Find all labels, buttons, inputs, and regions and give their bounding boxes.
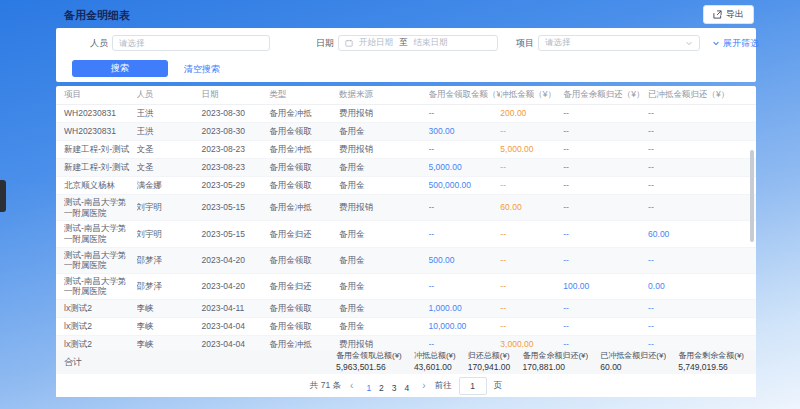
- table-body: WH20230831王洪2023-08-30备用金冲抵费用报销--200.00-…: [56, 105, 756, 351]
- table-cell: 2023-08-23: [201, 142, 269, 157]
- table-cell: 费用报销: [339, 142, 429, 157]
- page-number-button[interactable]: 1: [362, 383, 375, 393]
- table-cell: 备用金领取: [269, 160, 339, 175]
- drawer-handle[interactable]: [0, 180, 6, 212]
- date-filter-label: 日期: [316, 37, 334, 50]
- table-cell: 备用金: [339, 227, 429, 242]
- table-row[interactable]: 测试-南昌大学第一附属医院邵梦泽2023-04-20备用金归还备用金----10…: [56, 274, 756, 300]
- table-row[interactable]: 新建工程-刘-测试文圣2023-08-23备用金冲抵费用报销--5,000.00…: [56, 141, 756, 159]
- table-cell: --: [500, 319, 563, 334]
- table-row[interactable]: 北京顺义杨林满金娜2023-05-29备用金领取备用金500,000.00---…: [56, 177, 756, 195]
- person-filter-label: 人员: [90, 37, 108, 50]
- summary-item-value: 5,963,501.56: [336, 362, 402, 373]
- table-cell: --: [648, 253, 748, 268]
- table-cell: 备用金冲抵: [269, 200, 339, 215]
- table-cell: 费用报销: [339, 337, 429, 351]
- table-cell: --: [563, 124, 648, 139]
- table-row[interactable]: 新建工程-刘-测试文圣2023-08-23备用金领取备用金5,000.00---…: [56, 159, 756, 177]
- project-select-value: 请选择: [545, 37, 571, 49]
- table-cell: 备用金: [339, 301, 429, 316]
- table-cell: WH20230831: [64, 124, 137, 139]
- export-button[interactable]: 导出: [703, 5, 754, 24]
- table-cell: 备用金领取: [269, 301, 339, 316]
- table-cell: --: [563, 160, 648, 175]
- date-to-label: 至: [399, 37, 408, 49]
- table-cell: 备用金领取: [269, 253, 339, 268]
- table-cell: --: [429, 106, 501, 121]
- summary-item: 备用金领取总额(¥)5,963,501.56: [336, 351, 402, 372]
- person-filter-input[interactable]: [112, 35, 270, 51]
- table-cell: 李峡: [137, 301, 202, 316]
- table-row[interactable]: lx测试2李峡2023-04-04备用金冲抵费用报销--3,000.00----: [56, 336, 756, 351]
- table-row[interactable]: 测试-南昌大学第一附属医院刘宇明2023-05-15备用金冲抵费用报销--60.…: [56, 195, 756, 221]
- table-row[interactable]: WH20230831王洪2023-08-30备用金领取备用金300.00----…: [56, 123, 756, 141]
- table-cell: --: [429, 227, 501, 242]
- table-cell: 200.00: [500, 106, 563, 121]
- table-cell: 0.00: [648, 279, 748, 294]
- table-cell: 刘宇明: [137, 200, 202, 215]
- table-row[interactable]: 测试-南昌大学第一附属医院刘宇明2023-05-15备用金归还备用金------…: [56, 221, 756, 247]
- table-cell: 新建工程-刘-测试: [64, 160, 137, 175]
- page-number-button[interactable]: 4: [401, 383, 414, 393]
- table-cell: 文圣: [137, 142, 202, 157]
- table-cell: 2023-04-11: [201, 301, 269, 316]
- table-cell: 备用金: [339, 160, 429, 175]
- table-cell: --: [429, 142, 501, 157]
- table-row[interactable]: lx测试2李峡2023-04-11备用金领取备用金1,000.00------: [56, 300, 756, 318]
- next-page-button[interactable]: ›: [420, 381, 427, 391]
- calendar-icon: [345, 39, 353, 47]
- prev-page-button[interactable]: ‹: [348, 381, 355, 391]
- table-cell: 2023-04-20: [201, 279, 269, 294]
- page-number-button[interactable]: 2: [375, 383, 388, 393]
- table-cell: --: [429, 200, 501, 215]
- table-cell: 60.00: [500, 200, 563, 215]
- table-cell: 测试-南昌大学第一附属医院: [64, 195, 137, 220]
- table-cell: --: [500, 253, 563, 268]
- table-cell: --: [563, 253, 648, 268]
- vertical-scrollbar[interactable]: [750, 150, 754, 242]
- column-header: 冲抵金额（¥）: [500, 89, 563, 101]
- table-cell: 备用金: [339, 319, 429, 334]
- table-cell: 备用金冲抵: [269, 142, 339, 157]
- summary-items: 备用金领取总额(¥)5,963,501.56冲抵总额(¥)43,601.00归还…: [336, 351, 748, 372]
- table-cell: 测试-南昌大学第一附属医院: [64, 248, 137, 273]
- table-cell: 新建工程-刘-测试: [64, 142, 137, 157]
- project-select[interactable]: 请选择: [538, 35, 700, 51]
- table-cell: --: [648, 319, 748, 334]
- table-cell: --: [429, 279, 501, 294]
- table-row[interactable]: WH20230831王洪2023-08-30备用金冲抵费用报销--200.00-…: [56, 105, 756, 123]
- table-cell: --: [648, 106, 748, 121]
- table-cell: 2023-05-15: [201, 200, 269, 215]
- table-cell: --: [563, 178, 648, 193]
- table-cell: 邵梦泽: [137, 279, 202, 294]
- summary-total-label: 合计: [64, 356, 336, 369]
- table-cell: 王洪: [137, 106, 202, 121]
- table-cell: 3,000.00: [500, 337, 563, 351]
- table-cell: 10,000.00: [429, 319, 501, 334]
- date-start-placeholder[interactable]: 开始日期: [359, 37, 393, 49]
- date-range-picker[interactable]: 开始日期 至 结束日期: [338, 35, 498, 51]
- app-window: 备用金明细表 导出 人员 日期 开始日期 至 结束日期 项目 请选择: [0, 0, 800, 409]
- summary-item: 冲抵总额(¥)43,601.00: [414, 351, 456, 372]
- table-cell: --: [648, 178, 748, 193]
- search-button[interactable]: 搜索: [72, 60, 168, 77]
- column-header: 数据来源: [339, 89, 429, 101]
- page-header: 备用金明细表 导出: [0, 0, 800, 28]
- table-cell: --: [648, 160, 748, 175]
- table-cell: lx测试2: [64, 337, 137, 351]
- table-row[interactable]: 测试-南昌大学第一附属医院邵梦泽2023-04-20备用金领取备用金500.00…: [56, 248, 756, 274]
- table-cell: --: [563, 227, 648, 242]
- expand-filters-link[interactable]: 展开筛选: [712, 37, 759, 50]
- filter-panel: 人员 日期 开始日期 至 结束日期 项目 请选择: [56, 28, 756, 82]
- table-panel: 项目人员日期类型数据来源备用金领取金额（¥）冲抵金额（¥）备用金余额归还（¥）已…: [56, 86, 756, 397]
- summary-item-label: 冲抵总额(¥): [414, 351, 456, 361]
- goto-page-input[interactable]: [459, 377, 487, 395]
- table-cell: 费用报销: [339, 106, 429, 121]
- pagination: 共 71 条 ‹ 1234 › 前往 页: [56, 374, 756, 397]
- clear-search-link[interactable]: 清空搜索: [184, 63, 220, 76]
- table-cell: 2023-08-30: [201, 106, 269, 121]
- table-cell: 2023-08-30: [201, 124, 269, 139]
- table-row[interactable]: lx测试2李峡2023-04-04备用金领取备用金10,000.00------: [56, 318, 756, 336]
- page-number-button[interactable]: 3: [388, 383, 401, 393]
- date-end-placeholder[interactable]: 结束日期: [414, 37, 448, 49]
